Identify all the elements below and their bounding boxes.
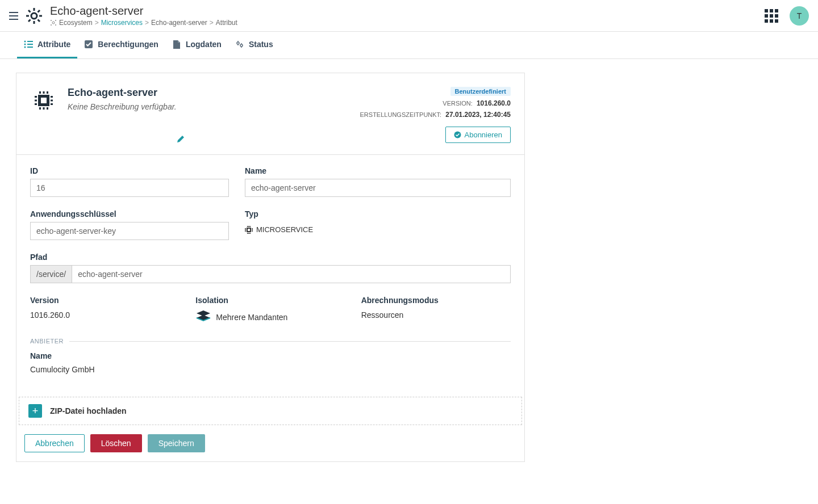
tab-label: Logdaten — [186, 40, 222, 49]
tab-permissions[interactable]: Berechtigungen — [77, 32, 165, 58]
svg-rect-50 — [245, 228, 246, 229]
svg-line-6 — [38, 19, 40, 22]
microservice-card: Echo-agent-server Keine Beschreibung ver… — [16, 73, 525, 462]
tab-bar: Attribute Berechtigungen Logdaten Status — [0, 32, 818, 59]
path-label: Pfad — [30, 253, 511, 262]
cancel-button[interactable]: Abbrechen — [24, 434, 85, 452]
tab-attribute[interactable]: Attribute — [17, 32, 77, 58]
id-label: ID — [30, 166, 229, 175]
svg-line-8 — [38, 10, 40, 12]
card-title: Echo-agent-server — [68, 87, 177, 99]
svg-rect-36 — [35, 100, 37, 102]
svg-rect-55 — [252, 230, 253, 232]
menu-toggle-icon[interactable] — [9, 12, 18, 20]
version-meta: VERSION: 1016.260.0 — [443, 99, 511, 107]
svg-rect-49 — [250, 233, 251, 234]
svg-point-16 — [24, 47, 26, 48]
svg-point-22 — [240, 44, 243, 47]
breadcrumb-item[interactable]: Echo-agent-server — [151, 19, 207, 27]
svg-rect-48 — [248, 233, 249, 234]
svg-point-15 — [24, 44, 26, 45]
svg-rect-19 — [27, 47, 33, 48]
chip-icon — [30, 87, 57, 114]
svg-rect-29 — [39, 91, 41, 94]
tab-logs[interactable]: Logdaten — [165, 32, 228, 58]
edit-icon[interactable] — [177, 135, 185, 143]
upload-zone[interactable]: + ZIP-Datei hochladen — [19, 397, 522, 425]
card-description: Keine Beschreibung verfügbar. — [68, 102, 177, 111]
svg-rect-47 — [247, 233, 248, 234]
provider-name-label: Name — [30, 351, 511, 360]
svg-rect-33 — [43, 107, 45, 110]
tab-label: Status — [249, 40, 273, 49]
breadcrumb-icon — [50, 19, 57, 26]
app-switcher-icon[interactable] — [765, 9, 778, 23]
id-input[interactable] — [30, 179, 229, 197]
svg-rect-35 — [35, 96, 37, 98]
user-avatar[interactable]: T — [790, 6, 809, 26]
provider-section-label: ANBIETER — [30, 338, 64, 345]
path-prefix: /service/ — [30, 265, 72, 283]
check-square-icon — [84, 40, 93, 49]
path-input[interactable] — [72, 265, 511, 283]
svg-rect-32 — [39, 107, 41, 110]
svg-point-14 — [24, 41, 26, 43]
svg-rect-51 — [245, 229, 246, 230]
name-label: Name — [245, 166, 511, 175]
svg-rect-37 — [35, 103, 37, 105]
appkey-label: Anwendungsschlüssel — [30, 209, 229, 219]
name-input[interactable] — [245, 179, 511, 197]
breadcrumb: Ecosystem > Microservices > Echo-agent-s… — [50, 19, 237, 27]
type-value: MICROSERVICE — [245, 222, 511, 234]
svg-rect-43 — [248, 229, 250, 231]
breadcrumb-item[interactable]: Ecosystem — [59, 19, 93, 27]
isolation-label: Isolation — [195, 296, 345, 305]
version-value: 1016.260.0 — [30, 310, 180, 320]
svg-point-12 — [51, 24, 52, 26]
svg-point-10 — [51, 20, 52, 21]
svg-rect-40 — [51, 103, 53, 105]
svg-point-11 — [55, 20, 56, 21]
provider-name-value: Cumulocity GmbH — [30, 365, 511, 374]
tab-status[interactable]: Status — [228, 32, 280, 58]
svg-rect-17 — [27, 41, 33, 42]
svg-point-9 — [52, 22, 55, 24]
custom-badge: Benutzerdefiniert — [450, 87, 511, 96]
subscribe-button[interactable]: Abonnieren — [445, 127, 511, 143]
svg-rect-45 — [248, 226, 249, 227]
type-label: Typ — [245, 209, 511, 219]
list-icon — [24, 40, 33, 49]
svg-rect-44 — [247, 226, 248, 227]
svg-point-0 — [31, 13, 37, 19]
billing-label: Abrechnungsmodus — [361, 296, 511, 305]
svg-rect-52 — [245, 230, 246, 232]
check-circle-icon — [454, 131, 461, 138]
billing-value: Ressourcen — [361, 310, 511, 320]
svg-rect-30 — [43, 91, 45, 94]
app-header: Echo-agent-server Ecosystem > Microservi… — [0, 0, 818, 32]
svg-line-7 — [28, 19, 31, 22]
svg-rect-46 — [250, 226, 251, 227]
svg-point-21 — [237, 42, 239, 44]
file-icon — [172, 40, 181, 49]
delete-button[interactable]: Löschen — [90, 434, 142, 452]
svg-rect-54 — [252, 229, 253, 230]
svg-rect-28 — [41, 98, 47, 103]
appkey-input[interactable] — [30, 222, 229, 240]
svg-rect-34 — [47, 107, 48, 110]
svg-rect-53 — [252, 228, 253, 229]
created-meta: ERSTELLUNGSZEITPUNKT: 27.01.2023, 12:40:… — [360, 111, 511, 119]
svg-rect-18 — [27, 44, 33, 45]
tab-label: Attribute — [37, 40, 70, 49]
tab-label: Berechtigungen — [98, 40, 158, 49]
svg-rect-38 — [51, 96, 53, 98]
svg-rect-31 — [47, 91, 48, 94]
plus-icon: + — [28, 404, 42, 418]
svg-point-13 — [55, 24, 56, 26]
breadcrumb-item: Attribut — [216, 19, 237, 27]
save-button[interactable]: Speichern — [148, 434, 205, 452]
gear-status-icon — [235, 40, 244, 49]
svg-line-5 — [28, 10, 31, 12]
version-label: Version — [30, 296, 180, 305]
breadcrumb-link[interactable]: Microservices — [101, 19, 143, 27]
